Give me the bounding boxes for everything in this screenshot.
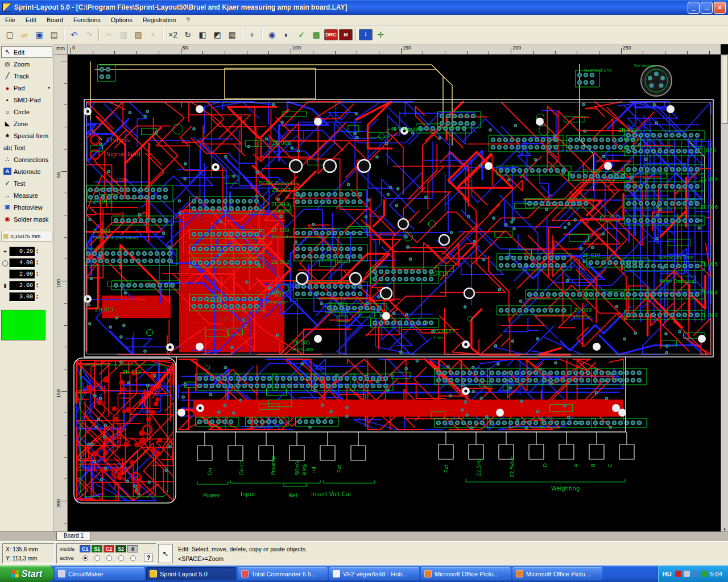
layer-active-0[interactable]	[127, 555, 138, 561]
tool-autoroute[interactable]: AAutoroute	[1, 165, 52, 177]
language-indicator[interactable]: HU	[663, 571, 672, 577]
menu-edit[interactable]: Edit	[20, 15, 42, 26]
param-4-spinner[interactable]: ▲▼	[36, 294, 39, 300]
rotate-icon[interactable]: ↻	[181, 28, 195, 41]
update-icon[interactable]	[701, 571, 707, 577]
tool-special-form-label: Special form	[14, 132, 48, 139]
tool-circle[interactable]: ○Circle	[1, 106, 52, 118]
vertical-scrollbar[interactable]: ▼	[721, 55, 728, 531]
open-folder-icon[interactable]: ▱	[18, 28, 31, 41]
tool-zoom[interactable]: ◎Zoom	[1, 58, 52, 70]
selection-mode-icon[interactable]: +	[245, 28, 259, 41]
taskbar-item[interactable]: Microsoft Office Pictu...	[421, 567, 511, 580]
copy-icon[interactable]: ▥	[117, 28, 130, 41]
layer-active-radio[interactable]	[82, 555, 88, 561]
layer-active-C1[interactable]	[80, 555, 90, 561]
taskbar-clock[interactable]: 5:04	[710, 571, 722, 577]
macro-icon[interactable]: M	[339, 29, 353, 40]
cut-icon[interactable]: ✂	[102, 28, 115, 41]
invert-display-icon[interactable]: ◐	[280, 28, 293, 41]
print-icon[interactable]: ▤	[47, 28, 61, 41]
tool-text-label: Text	[14, 144, 25, 151]
info-icon[interactable]: i	[359, 29, 373, 40]
photoview-icon[interactable]: ▩	[309, 28, 323, 41]
taskbar-item[interactable]: CircuitMaker	[55, 567, 144, 580]
scale-x2-icon[interactable]: ×2	[166, 28, 180, 41]
tool-edit[interactable]: ↖Edit	[1, 46, 52, 58]
zoom-icon[interactable]: ◉	[265, 28, 279, 41]
tool-special-form[interactable]: ★Special form	[1, 130, 52, 142]
board-tab[interactable]: Board 1	[56, 532, 91, 541]
redo-icon[interactable]: ↷	[82, 28, 96, 41]
param-0-spinner[interactable]: ▲▼	[36, 248, 39, 254]
layer-active-C2[interactable]	[104, 555, 114, 561]
connections-icon[interactable]: ✛	[374, 28, 387, 41]
grid-setting-button[interactable]: ▦ 0,15875 mm	[1, 231, 52, 242]
grid-value: 0,15875 mm	[10, 233, 40, 239]
tool-track[interactable]: ╱Track	[1, 70, 52, 82]
param-1-value[interactable]: 4.00	[9, 258, 35, 268]
mirror-vertical-icon[interactable]: ◩	[210, 28, 224, 41]
mirror-horizontal-icon[interactable]: ◧	[196, 28, 209, 41]
layer-active-radio[interactable]	[130, 555, 136, 561]
antivirus-icon[interactable]	[675, 571, 681, 577]
paste-icon[interactable]: ▨	[131, 28, 145, 41]
tool-text[interactable]: ab|Text	[1, 142, 52, 153]
taskbar-item[interactable]: Microsoft Office Pictu...	[512, 567, 602, 580]
minimize-button[interactable]: _	[688, 2, 700, 14]
tool-connections[interactable]: ∴Connections	[1, 153, 52, 165]
network-icon[interactable]	[692, 571, 698, 577]
taskbar-item[interactable]: Total Commander 6.5...	[238, 567, 328, 580]
param-3-spinner[interactable]: ▲▼	[36, 282, 39, 288]
menu-options[interactable]: Options	[106, 15, 138, 26]
layer-help-button[interactable]: ?	[144, 554, 153, 562]
drc-icon[interactable]: DRC	[324, 29, 338, 40]
param-1-spinner[interactable]: ▲▼	[36, 260, 39, 265]
layer-visible-S2[interactable]: S2	[115, 545, 126, 552]
menu-registration[interactable]: Registration	[138, 15, 181, 26]
align-grid-icon[interactable]: ▦	[225, 28, 239, 41]
title-bar[interactable]: Sprint-Layout 5.0 - [C:\Program Files\Sp…	[0, 0, 728, 15]
tool-pad[interactable]: ●Pad▾	[1, 82, 52, 94]
save-icon[interactable]: ▣	[32, 28, 46, 41]
layer-visible-0[interactable]: 0	[127, 545, 138, 552]
layer-active-S1[interactable]	[92, 555, 102, 561]
menu-functions[interactable]: Functions	[68, 15, 106, 26]
layer-active-radio[interactable]	[94, 555, 100, 561]
param-0-value[interactable]: 0.20	[9, 247, 35, 256]
layer-active-radio[interactable]	[106, 555, 112, 561]
taskbar-item[interactable]: VF2 végerősítő - Hob...	[329, 567, 419, 580]
pad-type-dropdown-icon[interactable]: ▾	[48, 85, 50, 90]
restore-button[interactable]: □	[701, 2, 713, 14]
pcb-canvas[interactable]	[68, 55, 721, 531]
tool-test[interactable]: ✓Test	[1, 177, 52, 189]
layer-visible-S1[interactable]: S1	[92, 545, 102, 552]
layer-visible-C1[interactable]: C1	[80, 545, 90, 552]
menu-help[interactable]: ?	[181, 15, 195, 26]
layer-active-radio[interactable]	[118, 555, 124, 561]
layer-active-S2[interactable]	[115, 555, 126, 561]
param-2-spinner[interactable]: ▲▼	[36, 271, 39, 277]
delete-icon[interactable]: ×	[146, 28, 160, 41]
tool-solder-mask[interactable]: ◉Solder mask	[1, 213, 52, 225]
undo-icon[interactable]: ↶	[67, 28, 81, 41]
tool-zone[interactable]: ◣Zone	[1, 118, 52, 130]
scroll-down-icon[interactable]: ▼	[723, 527, 727, 531]
close-button[interactable]: ×	[714, 2, 726, 14]
menu-file[interactable]: File	[0, 15, 20, 26]
param-4-value[interactable]: 3.00	[9, 292, 35, 302]
taskbar-item[interactable]: Sprint-Layout 5.0	[146, 567, 236, 580]
layer-visible-C2[interactable]: C2	[104, 545, 114, 552]
tool-measure[interactable]: ↔Measure	[1, 189, 52, 201]
test-check-icon[interactable]: ✓	[295, 28, 308, 41]
tool-photoview[interactable]: ▣Photoview	[1, 201, 52, 213]
scrollbar-thumb[interactable]	[722, 56, 728, 124]
new-document-icon[interactable]: ▢	[3, 28, 16, 41]
menu-board[interactable]: Board	[42, 15, 68, 26]
start-button[interactable]: Start	[0, 566, 53, 582]
color-swatch[interactable]	[1, 310, 46, 340]
param-3-value[interactable]: 2.00	[9, 281, 35, 290]
volume-icon[interactable]	[684, 571, 690, 577]
tool-smd-pad[interactable]: ▪SMD-Pad	[1, 94, 52, 106]
param-2-value[interactable]: 2.00	[9, 269, 35, 279]
